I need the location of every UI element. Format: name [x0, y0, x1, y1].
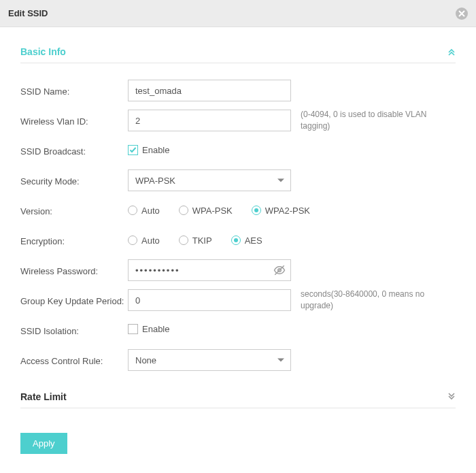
radio-circle — [231, 235, 241, 245]
security-mode-select[interactable]: WPA-PSK — [128, 169, 291, 191]
row-ssid-isolation: SSID Isolation: Enable — [20, 315, 456, 345]
row-ssid-name: SSID Name: — [20, 76, 456, 105]
radio-label: Auto — [141, 206, 160, 216]
edit-ssid-dialog: Edit SSID Basic Info SSID Name: Wireless… — [0, 0, 476, 468]
checkbox-box — [128, 145, 138, 155]
close-icon[interactable] — [456, 7, 468, 20]
section-title: Rate Limit — [20, 391, 67, 402]
row-group-key-update: Group Key Update Period: seconds(30-8640… — [20, 285, 456, 315]
access-control-rule-select[interactable]: None — [128, 349, 291, 371]
checkbox-label: Enable — [142, 145, 169, 155]
encryption-tkip-radio[interactable]: TKIP — [179, 235, 212, 246]
row-version: Version: Auto WPA-PSK WPA2-PSK — [20, 195, 456, 225]
checkbox-box — [128, 324, 138, 334]
dialog-header: Edit SSID — [0, 0, 476, 27]
radio-circle — [179, 206, 188, 215]
row-vlan-id: Wireless Vlan ID: (0-4094, 0 is used to … — [20, 105, 456, 135]
encryption-aes-radio[interactable]: AES — [231, 235, 262, 246]
label-ssid-isolation: SSID Isolation: — [20, 325, 128, 336]
radio-label: WPA2-PSK — [265, 206, 310, 216]
version-wpa-psk-radio[interactable]: WPA-PSK — [179, 206, 233, 216]
row-encryption: Encryption: Auto TKIP AES — [20, 225, 456, 255]
label-wireless-password: Wireless Password: — [20, 265, 128, 276]
vlan-id-input[interactable] — [128, 110, 291, 131]
label-access-control-rule: Access Control Rule: — [20, 355, 128, 366]
label-group-key-update: Group Key Update Period: — [20, 295, 128, 306]
radio-label: AES — [245, 235, 262, 246]
radio-label: TKIP — [192, 235, 212, 246]
select-display: WPA-PSK — [128, 169, 291, 191]
section-title: Basic Info — [20, 46, 66, 57]
row-wireless-password: Wireless Password: — [20, 255, 456, 285]
radio-label: WPA-PSK — [192, 206, 233, 216]
version-wpa2-psk-radio[interactable]: WPA2-PSK — [252, 206, 310, 216]
row-security-mode: Security Mode: WPA-PSK — [20, 165, 456, 195]
radio-label: Auto — [141, 235, 160, 246]
label-ssid-name: SSID Name: — [20, 85, 128, 97]
radio-circle — [179, 235, 188, 245]
dialog-body: Basic Info SSID Name: Wireless Vlan ID: … — [0, 27, 476, 468]
group-key-update-input[interactable] — [128, 289, 291, 311]
radio-circle — [252, 206, 261, 215]
ssid-name-input[interactable] — [128, 80, 291, 101]
section-header-rate-limit[interactable]: Rate Limit — [20, 391, 456, 408]
select-display: None — [128, 349, 291, 371]
hint-group-key-update: seconds(30-8640000, 0 means no upgrade) — [291, 289, 456, 312]
wireless-password-input[interactable] — [128, 259, 291, 281]
checkbox-label: Enable — [142, 324, 169, 334]
ssid-isolation-checkbox[interactable]: Enable — [128, 324, 169, 334]
label-version: Version: — [20, 205, 128, 216]
apply-button[interactable]: Apply — [20, 433, 67, 454]
label-security-mode: Security Mode: — [20, 175, 128, 186]
row-access-control-rule: Access Control Rule: None — [20, 345, 456, 375]
version-auto-radio[interactable]: Auto — [128, 206, 160, 216]
section-header-basic-info[interactable]: Basic Info — [20, 46, 456, 63]
label-encryption: Encryption: — [20, 235, 128, 246]
eye-off-icon[interactable] — [273, 264, 286, 276]
encryption-auto-radio[interactable]: Auto — [128, 235, 160, 246]
expand-icon — [447, 393, 456, 401]
row-ssid-broadcast: SSID Broadcast: Enable — [20, 135, 456, 165]
label-ssid-broadcast: SSID Broadcast: — [20, 145, 128, 157]
ssid-broadcast-checkbox[interactable]: Enable — [128, 145, 169, 155]
hint-vlan-id: (0-4094, 0 is used to disable VLAN taggi… — [291, 109, 456, 132]
radio-circle — [128, 206, 137, 215]
label-vlan-id: Wireless Vlan ID: — [20, 115, 128, 127]
dialog-title: Edit SSID — [8, 8, 48, 18]
radio-circle — [128, 235, 137, 245]
collapse-icon — [447, 48, 456, 56]
